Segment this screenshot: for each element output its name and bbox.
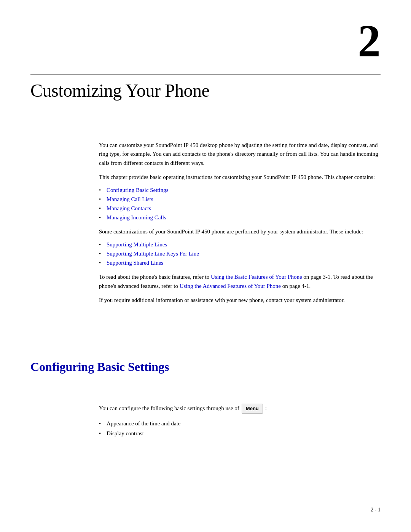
admin-paragraph: Some customizations of your SoundPoint I…: [99, 227, 381, 236]
main-content: You can customize your SoundPoint IP 450…: [99, 141, 381, 316]
section-heading-container: Configuring Basic Settings: [30, 360, 381, 374]
top-rule: [30, 74, 381, 75]
section-content: You can configure the following basic se…: [99, 404, 381, 438]
supporting-multiple-line-keys-link[interactable]: Supporting Multiple Line Keys Per Line: [107, 251, 199, 257]
chapter-links-list: Configuring Basic Settings Managing Call…: [99, 185, 381, 222]
list-item: Managing Call Lists: [99, 195, 381, 204]
advanced-features-link[interactable]: Using the Advanced Features of Your Phon…: [180, 283, 281, 289]
chapter-title-container: Customizing Your Phone: [30, 80, 381, 101]
chapter-title: Customizing Your Phone: [30, 80, 381, 101]
page: 2 Customizing Your Phone You can customi…: [0, 0, 411, 532]
list-item: Managing Incoming Calls: [99, 213, 381, 222]
basic-features-link[interactable]: Using the Basic Features of Your Phone: [211, 274, 302, 280]
supporting-multiple-lines-link[interactable]: Supporting Multiple Lines: [107, 241, 167, 248]
bullet-text: Appearance of the time and date: [107, 420, 181, 427]
list-item: Managing Contacts: [99, 204, 381, 213]
intro-paragraph-1: You can customize your SoundPoint IP 450…: [99, 141, 381, 168]
list-item: Supporting Shared Lines: [99, 258, 381, 267]
list-item: Supporting Multiple Line Keys Per Line: [99, 249, 381, 258]
list-item: Appearance of the time and date: [99, 419, 381, 429]
list-item: Configuring Basic Settings: [99, 185, 381, 195]
section-intro-after: :: [265, 404, 267, 413]
chapter-number-container: 2: [358, 18, 381, 64]
section-intro: You can configure the following basic se…: [99, 404, 381, 414]
reference-paragraph: To read about the phone's basic features…: [99, 273, 381, 291]
section-heading: Configuring Basic Settings: [30, 360, 381, 374]
bullet-text: Display contrast: [107, 430, 144, 436]
list-item: Display contrast: [99, 429, 381, 439]
section-bullets-list: Appearance of the time and date Display …: [99, 419, 381, 438]
menu-button: Menu: [242, 404, 263, 414]
supporting-shared-lines-link[interactable]: Supporting Shared Lines: [107, 260, 163, 266]
managing-incoming-calls-link[interactable]: Managing Incoming Calls: [107, 214, 166, 220]
page-number: 2 - 1: [371, 507, 381, 513]
chapter-contains-paragraph: This chapter provides basic operating in…: [99, 173, 381, 182]
managing-contacts-link[interactable]: Managing Contacts: [107, 205, 151, 211]
configuring-basic-settings-link[interactable]: Configuring Basic Settings: [107, 187, 169, 193]
section-intro-before: You can configure the following basic se…: [99, 404, 239, 413]
admin-links-list: Supporting Multiple Lines Supporting Mul…: [99, 240, 381, 267]
chapter-number: 2: [358, 16, 381, 66]
assistance-paragraph: If you require additional information or…: [99, 296, 381, 305]
managing-call-lists-link[interactable]: Managing Call Lists: [107, 196, 153, 202]
list-item: Supporting Multiple Lines: [99, 240, 381, 249]
